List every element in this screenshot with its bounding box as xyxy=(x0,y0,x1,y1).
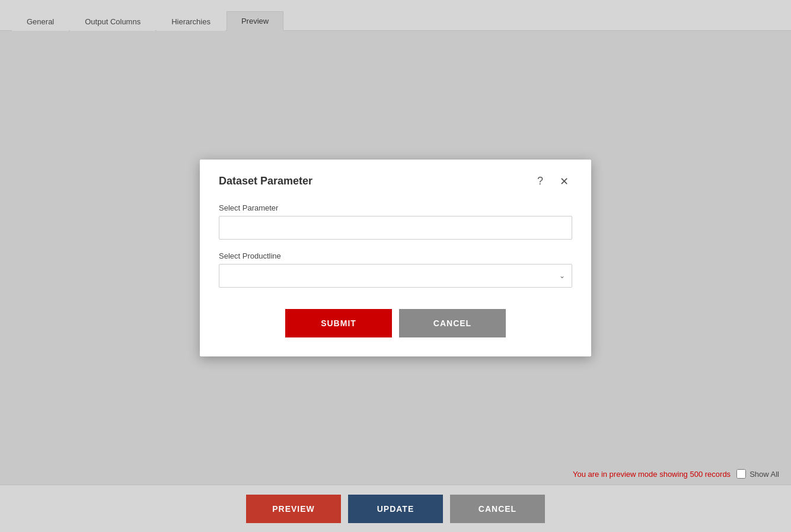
tab-general[interactable]: General xyxy=(12,12,69,31)
show-all-checkbox[interactable] xyxy=(736,469,746,479)
parameter-field-group: Select Parameter xyxy=(219,203,572,240)
preview-mode-text: You are in preview mode showing 500 reco… xyxy=(573,470,731,479)
cancel-modal-button[interactable]: CANCEL xyxy=(399,309,506,337)
tab-preview[interactable]: Preview xyxy=(227,11,283,31)
tab-output-columns[interactable]: Output Columns xyxy=(70,12,155,31)
cancel-bottom-button[interactable]: CANCEL xyxy=(450,495,545,523)
close-button[interactable]: ✕ xyxy=(556,174,572,189)
preview-button[interactable]: PREVIEW xyxy=(246,495,341,523)
bottom-bar: PREVIEW UPDATE CANCEL xyxy=(0,485,791,532)
preview-mode-bar: You are in preview mode showing 500 reco… xyxy=(573,463,779,485)
modal-header-icons: ? ✕ xyxy=(534,174,572,189)
parameter-label: Select Parameter xyxy=(219,203,572,212)
productline-select[interactable] xyxy=(219,264,572,288)
productline-select-wrapper: ⌄ xyxy=(219,264,572,288)
tab-hierarchies[interactable]: Hierarchies xyxy=(157,12,225,31)
tab-bar: General Output Columns Hierarchies Previ… xyxy=(0,0,791,31)
modal-dialog: Dataset Parameter ? ✕ Select Parameter S… xyxy=(200,160,591,356)
modal-header: Dataset Parameter ? ✕ xyxy=(219,174,572,189)
main-area: Dataset Parameter ? ✕ Select Parameter S… xyxy=(12,31,779,485)
productline-field-group: Select Productline ⌄ xyxy=(219,251,572,288)
modal-title: Dataset Parameter xyxy=(219,175,312,187)
productline-label: Select Productline xyxy=(219,251,572,260)
modal-footer: SUBMIT CANCEL xyxy=(219,309,572,337)
update-button[interactable]: UPDATE xyxy=(348,495,443,523)
show-all-group: Show All xyxy=(736,469,779,479)
parameter-input[interactable] xyxy=(219,216,572,240)
modal-overlay: Dataset Parameter ? ✕ Select Parameter S… xyxy=(12,31,779,485)
submit-button[interactable]: SUBMIT xyxy=(285,309,392,337)
show-all-label: Show All xyxy=(749,470,779,479)
help-button[interactable]: ? xyxy=(534,174,547,189)
